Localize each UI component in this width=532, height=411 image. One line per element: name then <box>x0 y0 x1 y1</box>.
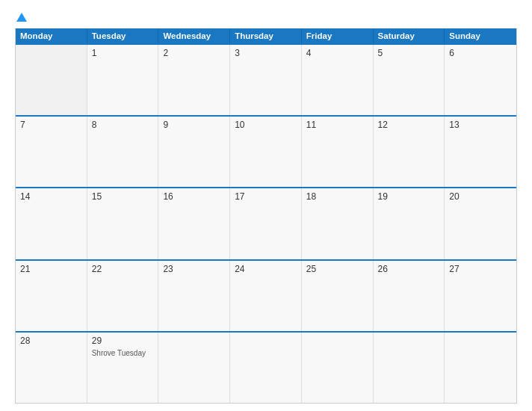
header-day-sunday: Sunday <box>445 28 516 43</box>
header-day-tuesday: Tuesday <box>87 28 159 43</box>
cal-cell: 10 <box>230 117 302 187</box>
logo <box>15 13 27 22</box>
header <box>15 13 517 22</box>
cal-cell: 2 <box>158 45 230 115</box>
day-number: 5 <box>378 48 440 58</box>
cal-cell <box>230 333 302 403</box>
header-day-saturday: Saturday <box>374 28 445 43</box>
day-number: 28 <box>20 336 82 346</box>
cal-cell: 8 <box>87 117 159 187</box>
day-number: 10 <box>235 120 297 130</box>
cal-cell <box>16 45 87 115</box>
day-number: 6 <box>449 48 512 58</box>
day-number: 25 <box>306 264 368 274</box>
cal-cell: 24 <box>230 261 302 331</box>
calendar-grid: MondayTuesdayWednesdayThursdayFridaySatu… <box>15 28 517 404</box>
day-number: 7 <box>20 120 82 130</box>
cal-cell: 14 <box>16 188 87 259</box>
day-number: 8 <box>92 120 154 130</box>
day-number: 15 <box>92 191 154 202</box>
cal-cell: 20 <box>445 188 516 259</box>
calendar-page: MondayTuesdayWednesdayThursdayFridaySatu… <box>0 0 532 411</box>
cal-cell: 23 <box>158 261 230 331</box>
day-number: 9 <box>163 120 225 130</box>
cal-cell: 17 <box>230 188 302 259</box>
day-number: 18 <box>306 191 368 202</box>
cal-cell: 1 <box>87 45 159 115</box>
day-number: 12 <box>378 120 440 130</box>
cal-cell: 27 <box>445 261 516 331</box>
logo-triangle-icon <box>16 13 27 22</box>
cal-cell <box>374 333 445 403</box>
cal-cell: 22 <box>87 261 159 331</box>
day-number: 19 <box>378 191 440 202</box>
calendar-header-row: MondayTuesdayWednesdayThursdayFridaySatu… <box>16 28 516 43</box>
day-number: 29 <box>92 336 154 346</box>
cal-cell <box>158 333 230 403</box>
cal-cell: 18 <box>302 188 374 259</box>
calendar-week-2: 78910111213 <box>16 115 516 187</box>
day-number: 26 <box>378 264 440 274</box>
day-number: 2 <box>163 48 225 58</box>
cal-cell: 7 <box>16 117 87 187</box>
cal-cell: 15 <box>87 188 159 259</box>
day-number: 13 <box>449 120 512 130</box>
header-day-friday: Friday <box>302 28 374 43</box>
day-number: 1 <box>92 48 154 58</box>
day-number: 27 <box>449 264 512 274</box>
header-day-wednesday: Wednesday <box>158 28 230 43</box>
cal-cell: 11 <box>302 117 374 187</box>
cal-cell: 5 <box>374 45 445 115</box>
calendar-body: 1234567891011121314151617181920212223242… <box>16 43 516 403</box>
day-number: 17 <box>235 191 297 202</box>
day-number: 14 <box>20 191 82 202</box>
cal-cell: 13 <box>445 117 516 187</box>
cal-cell <box>302 333 374 403</box>
calendar-week-3: 14151617181920 <box>16 187 516 259</box>
calendar-week-4: 21222324252627 <box>16 259 516 331</box>
header-day-thursday: Thursday <box>230 28 302 43</box>
day-number: 24 <box>235 264 297 274</box>
day-number: 23 <box>163 264 225 274</box>
cal-cell: 21 <box>16 261 87 331</box>
day-number: 20 <box>449 191 512 202</box>
cal-cell: 28 <box>16 333 87 403</box>
cal-cell: 4 <box>302 45 374 115</box>
cal-cell: 6 <box>445 45 516 115</box>
day-number: 11 <box>306 120 368 130</box>
day-number: 22 <box>92 264 154 274</box>
cal-cell: 19 <box>374 188 445 259</box>
calendar-week-5: 2829Shrove Tuesday <box>16 331 516 403</box>
cal-cell: 3 <box>230 45 302 115</box>
day-number: 16 <box>163 191 225 202</box>
calendar-week-1: 123456 <box>16 43 516 115</box>
cal-cell: 25 <box>302 261 374 331</box>
cal-cell: 26 <box>374 261 445 331</box>
cal-cell: 12 <box>374 117 445 187</box>
day-number: 4 <box>306 48 368 58</box>
header-day-monday: Monday <box>16 28 87 43</box>
cal-cell: 16 <box>158 188 230 259</box>
day-number: 21 <box>20 264 82 274</box>
cal-cell <box>445 333 516 403</box>
cal-cell: 9 <box>158 117 230 187</box>
day-number: 3 <box>235 48 297 58</box>
event-label: Shrove Tuesday <box>92 349 154 357</box>
cal-cell: 29Shrove Tuesday <box>87 333 159 403</box>
